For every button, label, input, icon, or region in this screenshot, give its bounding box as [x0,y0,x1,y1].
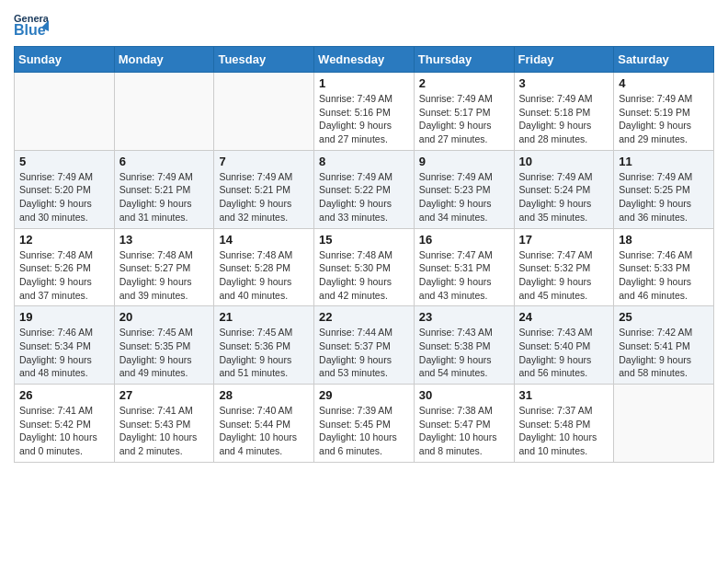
day-info: Sunrise: 7:45 AM Sunset: 5:35 PM Dayligh… [119,326,210,380]
day-number: 4 [619,76,709,90]
calendar-cell: 7Sunrise: 7:49 AM Sunset: 5:21 PM Daylig… [214,150,314,228]
day-info: Sunrise: 7:41 AM Sunset: 5:42 PM Dayligh… [19,404,109,458]
day-number: 12 [19,233,109,247]
day-info: Sunrise: 7:47 AM Sunset: 5:31 PM Dayligh… [419,248,509,303]
day-header-tuesday: Tuesday [214,47,314,73]
day-number: 15 [319,233,409,247]
day-number: 21 [219,310,309,324]
day-info: Sunrise: 7:49 AM Sunset: 5:16 PM Dayligh… [319,92,409,146]
day-number: 29 [319,388,409,402]
calendar-table: SundayMondayTuesdayWednesdayThursdayFrid… [14,46,714,463]
day-number: 23 [419,310,509,324]
calendar-cell [214,73,314,151]
day-number: 14 [219,233,309,247]
logo-icon: General Blue [14,9,49,39]
day-info: Sunrise: 7:38 AM Sunset: 5:47 PM Dayligh… [419,404,509,458]
day-info: Sunrise: 7:43 AM Sunset: 5:40 PM Dayligh… [519,326,609,380]
day-number: 2 [419,76,509,90]
calendar-cell: 14Sunrise: 7:48 AM Sunset: 5:28 PM Dayli… [214,228,314,306]
calendar-cell: 20Sunrise: 7:45 AM Sunset: 5:35 PM Dayli… [114,306,214,385]
day-info: Sunrise: 7:48 AM Sunset: 5:26 PM Dayligh… [19,248,109,303]
day-info: Sunrise: 7:49 AM Sunset: 5:19 PM Dayligh… [619,92,709,146]
calendar-cell: 21Sunrise: 7:45 AM Sunset: 5:36 PM Dayli… [214,306,314,385]
day-info: Sunrise: 7:49 AM Sunset: 5:22 PM Dayligh… [319,170,409,224]
calendar-cell: 29Sunrise: 7:39 AM Sunset: 5:45 PM Dayli… [314,385,415,463]
calendar-cell: 18Sunrise: 7:46 AM Sunset: 5:33 PM Dayli… [614,228,714,306]
week-row: 1Sunrise: 7:49 AM Sunset: 5:16 PM Daylig… [15,73,714,151]
day-number: 25 [619,310,709,324]
day-info: Sunrise: 7:45 AM Sunset: 5:36 PM Dayligh… [219,326,309,380]
calendar-cell: 8Sunrise: 7:49 AM Sunset: 5:22 PM Daylig… [314,150,415,228]
calendar-container: General Blue SundayMondayTuesdayWednesda… [0,0,728,472]
calendar-cell: 10Sunrise: 7:49 AM Sunset: 5:24 PM Dayli… [514,150,614,228]
day-info: Sunrise: 7:37 AM Sunset: 5:48 PM Dayligh… [519,404,609,458]
day-info: Sunrise: 7:42 AM Sunset: 5:41 PM Dayligh… [619,326,709,380]
day-header-wednesday: Wednesday [314,47,415,73]
calendar-cell: 4Sunrise: 7:49 AM Sunset: 5:19 PM Daylig… [614,73,714,151]
calendar-cell [15,73,115,151]
calendar-cell: 13Sunrise: 7:48 AM Sunset: 5:27 PM Dayli… [114,228,214,306]
calendar-cell: 26Sunrise: 7:41 AM Sunset: 5:42 PM Dayli… [15,385,115,463]
day-number: 5 [19,155,109,168]
day-info: Sunrise: 7:41 AM Sunset: 5:43 PM Dayligh… [119,404,210,458]
day-info: Sunrise: 7:46 AM Sunset: 5:34 PM Dayligh… [19,326,109,380]
calendar-cell: 12Sunrise: 7:48 AM Sunset: 5:26 PM Dayli… [15,228,115,306]
logo: General Blue [14,9,49,39]
day-number: 28 [219,388,309,402]
day-number: 20 [119,310,210,324]
day-info: Sunrise: 7:49 AM Sunset: 5:21 PM Dayligh… [219,170,309,224]
day-info: Sunrise: 7:44 AM Sunset: 5:37 PM Dayligh… [319,326,409,380]
calendar-cell: 3Sunrise: 7:49 AM Sunset: 5:18 PM Daylig… [514,73,614,151]
calendar-cell: 5Sunrise: 7:49 AM Sunset: 5:20 PM Daylig… [15,150,115,228]
calendar-cell: 2Sunrise: 7:49 AM Sunset: 5:17 PM Daylig… [414,73,514,151]
day-number: 6 [119,155,210,168]
day-info: Sunrise: 7:49 AM Sunset: 5:18 PM Dayligh… [519,92,609,146]
calendar-cell: 22Sunrise: 7:44 AM Sunset: 5:37 PM Dayli… [314,306,415,385]
day-number: 31 [519,388,609,402]
calendar-cell: 19Sunrise: 7:46 AM Sunset: 5:34 PM Dayli… [15,306,115,385]
day-header-sunday: Sunday [15,47,115,73]
day-number: 1 [319,76,409,90]
calendar-cell [614,385,714,463]
day-info: Sunrise: 7:48 AM Sunset: 5:30 PM Dayligh… [319,248,409,303]
day-info: Sunrise: 7:48 AM Sunset: 5:28 PM Dayligh… [219,248,309,303]
day-info: Sunrise: 7:43 AM Sunset: 5:38 PM Dayligh… [419,326,509,380]
day-info: Sunrise: 7:49 AM Sunset: 5:17 PM Dayligh… [419,92,509,146]
day-info: Sunrise: 7:39 AM Sunset: 5:45 PM Dayligh… [319,404,409,458]
calendar-cell: 17Sunrise: 7:47 AM Sunset: 5:32 PM Dayli… [514,228,614,306]
week-row: 5Sunrise: 7:49 AM Sunset: 5:20 PM Daylig… [15,150,714,228]
calendar-cell: 6Sunrise: 7:49 AM Sunset: 5:21 PM Daylig… [114,150,214,228]
day-number: 27 [119,388,210,402]
day-number: 9 [419,155,509,168]
week-row: 26Sunrise: 7:41 AM Sunset: 5:42 PM Dayli… [15,385,714,463]
calendar-cell: 28Sunrise: 7:40 AM Sunset: 5:44 PM Dayli… [214,385,314,463]
day-number: 8 [319,155,409,168]
calendar-cell: 9Sunrise: 7:49 AM Sunset: 5:23 PM Daylig… [414,150,514,228]
calendar-cell: 31Sunrise: 7:37 AM Sunset: 5:48 PM Dayli… [514,385,614,463]
day-number: 22 [319,310,409,324]
day-number: 24 [519,310,609,324]
day-info: Sunrise: 7:47 AM Sunset: 5:32 PM Dayligh… [519,248,609,303]
day-info: Sunrise: 7:48 AM Sunset: 5:27 PM Dayligh… [119,248,210,303]
day-info: Sunrise: 7:49 AM Sunset: 5:24 PM Dayligh… [519,170,609,224]
week-row: 19Sunrise: 7:46 AM Sunset: 5:34 PM Dayli… [15,306,714,385]
day-info: Sunrise: 7:49 AM Sunset: 5:25 PM Dayligh… [619,170,709,224]
day-info: Sunrise: 7:49 AM Sunset: 5:21 PM Dayligh… [119,170,210,224]
svg-text:Blue: Blue [14,22,46,38]
day-header-friday: Friday [514,47,614,73]
day-number: 30 [419,388,509,402]
day-header-monday: Monday [114,47,214,73]
day-info: Sunrise: 7:46 AM Sunset: 5:33 PM Dayligh… [619,248,709,303]
day-number: 17 [519,233,609,247]
day-info: Sunrise: 7:49 AM Sunset: 5:20 PM Dayligh… [19,170,109,224]
day-info: Sunrise: 7:40 AM Sunset: 5:44 PM Dayligh… [219,404,309,458]
day-number: 16 [419,233,509,247]
header-row: SundayMondayTuesdayWednesdayThursdayFrid… [15,47,714,73]
calendar-cell: 25Sunrise: 7:42 AM Sunset: 5:41 PM Dayli… [614,306,714,385]
day-number: 3 [519,76,609,90]
day-number: 7 [219,155,309,168]
calendar-cell: 1Sunrise: 7:49 AM Sunset: 5:16 PM Daylig… [314,73,415,151]
calendar-cell: 27Sunrise: 7:41 AM Sunset: 5:43 PM Dayli… [114,385,214,463]
day-info: Sunrise: 7:49 AM Sunset: 5:23 PM Dayligh… [419,170,509,224]
day-number: 26 [19,388,109,402]
